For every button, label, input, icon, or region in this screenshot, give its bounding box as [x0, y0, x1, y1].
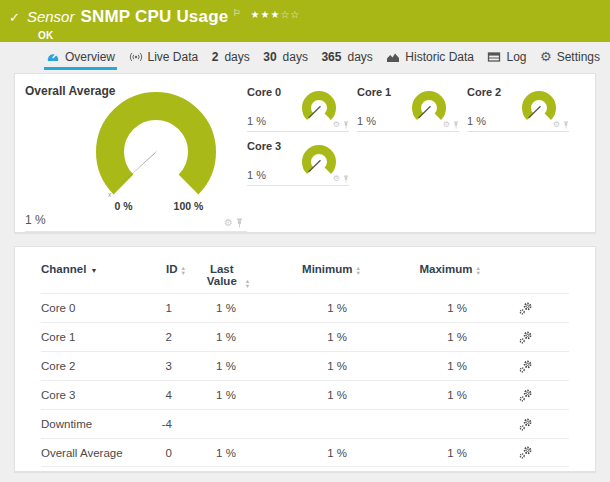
- channel-name: Core 3: [41, 389, 141, 401]
- channel-name: Downtime: [41, 418, 141, 430]
- channel-name: Core 2: [41, 360, 141, 372]
- priority-rating[interactable]: ★★★☆☆: [251, 9, 301, 20]
- tab-2-days-number: 2: [212, 50, 219, 64]
- sort-desc-icon: ▼: [90, 267, 97, 274]
- gauge-value: 1 %: [25, 213, 46, 227]
- sensor-header: ✓ Sensor SNMP CPU Usage ⚐ ★★★☆☆ OK: [0, 0, 610, 42]
- channels-table: Channel▼ ID▲▼ Last Value▲▼ Minimum▲▼ Max…: [41, 247, 569, 467]
- gauge-value: 1 %: [357, 115, 376, 127]
- core3-gauge-cell[interactable]: Core 3 1 % ⚙: [247, 138, 349, 186]
- gauge-title: Core 2: [467, 86, 501, 98]
- tab-settings[interactable]: ⚙ Settings: [538, 42, 602, 70]
- tab-bar: Overview Live Data 2days 30days 365days …: [0, 42, 610, 70]
- channel-id: 1: [141, 302, 186, 314]
- gear-icon: ⚙: [540, 50, 552, 64]
- tab-log-label: Log: [506, 50, 526, 64]
- column-header-channel[interactable]: Channel▼: [41, 263, 141, 275]
- last-value: 1 %: [186, 389, 266, 401]
- table-row: Core 1 2 1 % 1 % 1 %: [41, 322, 569, 351]
- sort-icon: ▲▼: [181, 266, 186, 275]
- tab-log[interactable]: Log: [485, 42, 528, 70]
- tab-30-days[interactable]: 30days: [261, 42, 310, 70]
- minimum-value: 1 %: [266, 360, 361, 372]
- last-value: 1 %: [186, 360, 266, 372]
- minimum-value: 1 %: [266, 331, 361, 343]
- stars-empty[interactable]: ☆☆: [280, 9, 300, 20]
- pin-icon[interactable]: [343, 121, 349, 129]
- last-value: 1 %: [186, 447, 266, 459]
- gear-icon[interactable]: ⚙: [333, 175, 340, 183]
- table-row: Core 3 4 1 % 1 % 1 %: [41, 380, 569, 409]
- tab-historic-data-label: Historic Data: [405, 50, 474, 64]
- core1-gauge-cell[interactable]: Core 1 1 % ⚙: [357, 84, 459, 132]
- gear-icon[interactable]: ⚙: [224, 218, 233, 228]
- overall-average-gauge-cell[interactable]: Overall Average x 0 % 100 % 1 % ⚙: [25, 82, 247, 232]
- gear-icon[interactable]: ⚙: [333, 121, 340, 129]
- pin-icon[interactable]: [236, 218, 243, 228]
- page-title: SNMP CPU Usage: [80, 7, 228, 27]
- object-kind-label: Sensor: [27, 8, 75, 25]
- sort-icon: ▲▼: [476, 266, 481, 275]
- pin-icon[interactable]: [343, 175, 349, 183]
- status-check-icon: ✓: [9, 10, 20, 25]
- pin-icon[interactable]: [453, 121, 459, 129]
- gear-icon[interactable]: ⚙: [443, 121, 450, 129]
- pin-icon[interactable]: [563, 121, 569, 129]
- sort-icon: ▲▼: [356, 266, 361, 275]
- maximum-value: 1 %: [361, 447, 481, 459]
- tab-2-days[interactable]: 2days: [210, 42, 252, 70]
- overview-panel: Overall Average x 0 % 100 % 1 % ⚙ Core 0: [14, 73, 596, 233]
- channel-settings-icon[interactable]: [519, 302, 532, 315]
- gauge-icon: [46, 50, 60, 64]
- core0-gauge-cell[interactable]: Core 0 1 % ⚙: [247, 84, 349, 132]
- core-gauges-grid: Core 0 1 % ⚙ Core 1 1 % ⚙: [247, 82, 583, 232]
- minimum-value: 1 %: [266, 389, 361, 401]
- tab-overview-label: Overview: [65, 50, 115, 64]
- maximum-value: 1 %: [361, 360, 481, 372]
- channel-name: Core 1: [41, 331, 141, 343]
- channel-name: Core 0: [41, 302, 141, 314]
- channels-table-panel: Channel▼ ID▲▼ Last Value▲▼ Minimum▲▼ Max…: [14, 246, 596, 472]
- column-header-maximum[interactable]: Maximum▲▼: [361, 263, 481, 275]
- minimum-value: 1 %: [266, 447, 361, 459]
- channel-id: -4: [141, 418, 186, 430]
- gauge-title: Core 1: [357, 86, 391, 98]
- maximum-value: 1 %: [361, 302, 481, 314]
- overall-average-gauge[interactable]: x 0 % 100 %: [81, 88, 231, 213]
- channel-id: 2: [141, 331, 186, 343]
- core2-gauge-cell[interactable]: Core 2 1 % ⚙: [467, 84, 569, 132]
- gauge-title: Core 0: [247, 86, 281, 98]
- channel-settings-icon[interactable]: [519, 389, 532, 402]
- tab-historic-data[interactable]: Historic Data: [384, 42, 476, 70]
- tab-365-days-unit: days: [347, 50, 372, 64]
- channel-settings-icon[interactable]: [519, 360, 532, 373]
- table-header-row: Channel▼ ID▲▼ Last Value▲▼ Minimum▲▼ Max…: [41, 247, 569, 293]
- column-header-minimum[interactable]: Minimum▲▼: [266, 263, 361, 275]
- minimum-value: 1 %: [266, 302, 361, 314]
- table-row: Overall Average 0 1 % 1 % 1 %: [41, 438, 569, 467]
- stars-filled[interactable]: ★★★: [251, 9, 281, 20]
- sort-icon: ▲▼: [245, 279, 250, 288]
- gauge-value: 1 %: [247, 169, 266, 181]
- maximum-value: 1 %: [361, 389, 481, 401]
- prtg-sensor-page: { "colors": { "header_green": "#a8b616",…: [0, 0, 610, 482]
- maximum-value: 1 %: [361, 331, 481, 343]
- tab-30-days-unit: days: [283, 50, 308, 64]
- tab-overview[interactable]: Overview: [44, 42, 117, 70]
- tab-live-data[interactable]: Live Data: [127, 42, 201, 70]
- tab-365-days-number: 365: [321, 50, 341, 64]
- gear-icon[interactable]: ⚙: [553, 121, 560, 129]
- flag-icon[interactable]: ⚐: [232, 8, 240, 18]
- tab-365-days[interactable]: 365days: [319, 42, 374, 70]
- gauge-scale-max: 100 %: [174, 200, 204, 212]
- channel-name: Overall Average: [41, 447, 141, 459]
- channel-settings-icon[interactable]: [519, 446, 532, 459]
- table-row: Core 0 1 1 % 1 % 1 %: [41, 293, 569, 322]
- channel-settings-icon[interactable]: [519, 418, 532, 431]
- broadcast-icon: [129, 50, 143, 64]
- channel-settings-icon[interactable]: [519, 331, 532, 344]
- column-header-id[interactable]: ID▲▼: [141, 263, 186, 275]
- column-header-last-value[interactable]: Last Value▲▼: [186, 263, 266, 287]
- channel-id: 3: [141, 360, 186, 372]
- log-table-icon: [487, 50, 501, 64]
